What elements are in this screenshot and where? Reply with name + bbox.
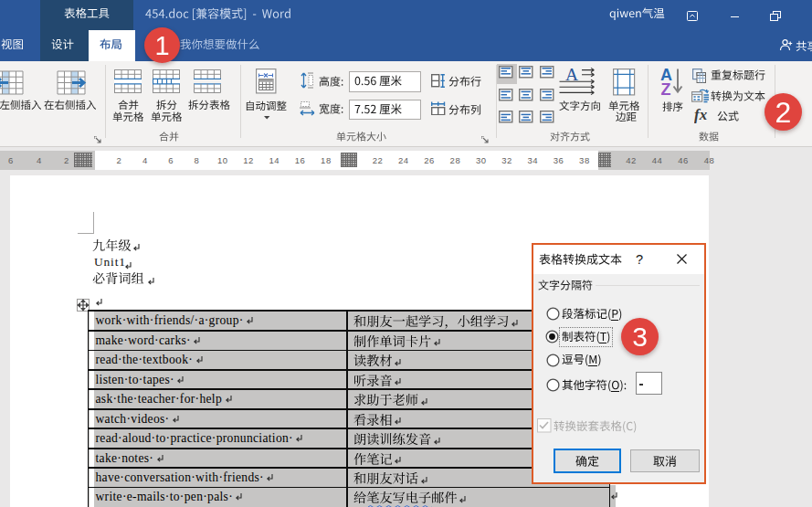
svg-text:2: 2 xyxy=(775,96,792,129)
svg-text:1: 1 xyxy=(154,31,169,60)
svg-text:fx: fx xyxy=(694,107,708,123)
svg-text:A: A xyxy=(565,65,578,84)
svg-text:3: 3 xyxy=(632,322,648,352)
svg-text:Z: Z xyxy=(661,80,671,96)
